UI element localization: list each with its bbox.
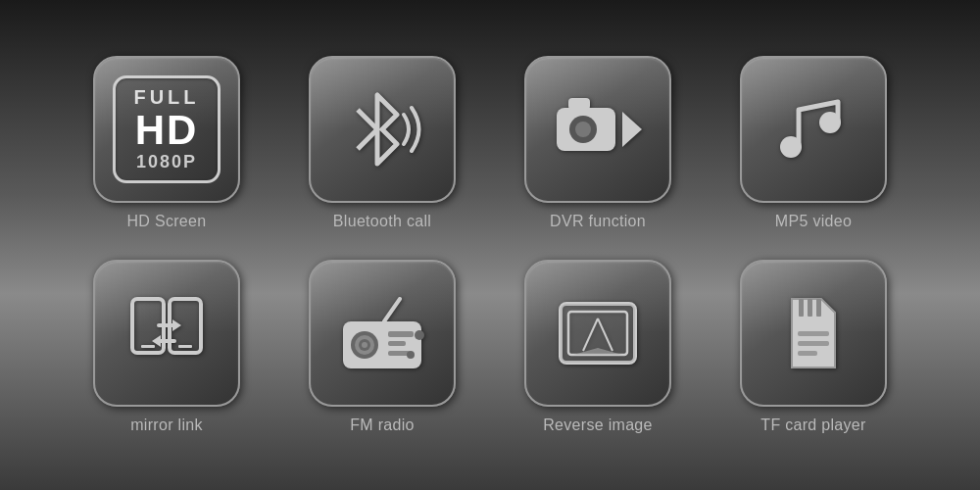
- svg-rect-16: [178, 345, 192, 348]
- svg-line-17: [384, 299, 400, 321]
- icon-box-hd-screen: FULL HD 1080P: [93, 56, 240, 203]
- svg-marker-12: [172, 319, 181, 331]
- hd-1080-text: 1080P: [136, 153, 197, 172]
- hd-screen-content: FULL HD 1080P: [113, 75, 220, 183]
- mirror-link-icon: [118, 284, 216, 382]
- svg-rect-35: [808, 299, 812, 317]
- icon-box-dvr-function: [524, 56, 671, 203]
- feature-cell-reverse-image: Reverse image: [510, 260, 686, 434]
- bluetooth-call-icon: [333, 80, 431, 178]
- reverse-image-icon: [549, 284, 647, 382]
- svg-rect-25: [388, 351, 410, 356]
- feature-label-mp5-video: MP5 video: [775, 213, 852, 230]
- svg-point-27: [415, 330, 424, 340]
- feature-label-hd-screen: HD Screen: [127, 213, 207, 230]
- feature-cell-fm-radio: FM radio: [294, 260, 470, 434]
- feature-label-fm-radio: FM radio: [350, 416, 415, 434]
- svg-line-0: [358, 110, 377, 129]
- svg-rect-34: [799, 299, 804, 317]
- icon-box-reverse-image: [524, 260, 671, 407]
- hd-full-text: FULL: [133, 86, 199, 108]
- feature-cell-mp5-video: MP5 video: [725, 56, 902, 230]
- feature-cell-bluetooth-call: Bluetooth call: [294, 56, 470, 230]
- svg-rect-5: [568, 98, 590, 110]
- feature-cell-dvr-function: DVR function: [510, 56, 686, 230]
- feature-label-dvr-function: DVR function: [550, 213, 646, 230]
- svg-point-22: [362, 342, 368, 348]
- features-grid: FULL HD 1080P HD Screen Bluetooth call: [78, 56, 902, 434]
- fm-radio-icon: [333, 284, 431, 382]
- mp5-video-icon: [764, 80, 862, 178]
- dvr-function-icon: [549, 80, 647, 178]
- svg-point-7: [780, 136, 802, 158]
- svg-rect-10: [141, 345, 155, 348]
- svg-rect-24: [388, 341, 406, 346]
- svg-line-1: [358, 129, 377, 149]
- icon-box-tf-card-player: [740, 260, 887, 407]
- svg-rect-36: [816, 299, 821, 317]
- svg-rect-23: [388, 331, 414, 337]
- hd-hd-text: HD: [135, 108, 199, 153]
- feature-label-mirror-link: mirror link: [130, 416, 203, 434]
- svg-rect-38: [798, 341, 829, 346]
- svg-point-8: [819, 112, 841, 133]
- icon-box-bluetooth-call: [309, 56, 456, 203]
- svg-rect-39: [798, 351, 817, 356]
- feature-cell-mirror-link: mirror link: [78, 260, 255, 434]
- tf-card-player-icon: [764, 284, 862, 382]
- svg-point-26: [407, 351, 415, 359]
- icon-box-mp5-video: [740, 56, 887, 203]
- feature-label-reverse-image: Reverse image: [543, 416, 653, 434]
- feature-label-tf-card-player: TF card player: [760, 416, 865, 434]
- svg-point-4: [575, 122, 591, 137]
- svg-marker-6: [622, 112, 642, 147]
- icon-box-fm-radio: [309, 260, 456, 407]
- feature-label-bluetooth-call: Bluetooth call: [333, 213, 431, 230]
- icon-box-mirror-link: [93, 260, 240, 407]
- svg-rect-37: [798, 331, 829, 336]
- feature-cell-hd-screen: FULL HD 1080P HD Screen: [78, 56, 255, 230]
- feature-cell-tf-card-player: TF card player: [725, 260, 902, 434]
